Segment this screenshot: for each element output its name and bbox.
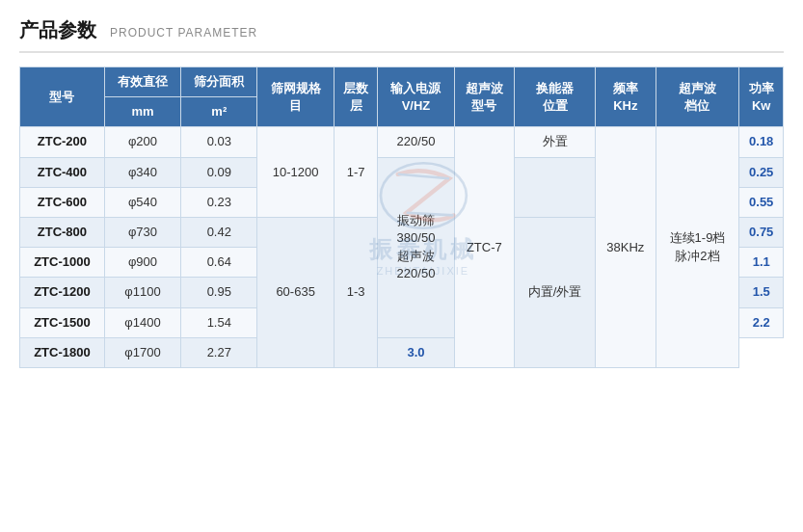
col-model: 型号 bbox=[20, 67, 105, 127]
cell-model: ZTC-600 bbox=[20, 187, 105, 217]
page-header: 产品参数 PRODUCT PARAMETER bbox=[19, 17, 784, 53]
cell-power-input-merged: 振动筛 380/50 超声波 220/50 bbox=[378, 157, 454, 337]
cell-power-1: 0.18 bbox=[739, 127, 784, 157]
cell-model: ZTC-400 bbox=[20, 157, 105, 187]
col-mesh-spec: 筛网规格目 bbox=[257, 67, 334, 127]
cell-diameter: φ1400 bbox=[104, 307, 180, 337]
cell-area: 1.54 bbox=[181, 307, 257, 337]
cell-power-8: 3.0 bbox=[378, 337, 454, 367]
cell-transducer-1: 外置 bbox=[515, 127, 596, 157]
cell-diameter: φ730 bbox=[104, 217, 180, 247]
cell-power-4: 0.75 bbox=[739, 217, 784, 247]
cell-power-7: 2.2 bbox=[739, 307, 784, 337]
cell-transducer-merged: 内置/外置 bbox=[515, 217, 596, 367]
cell-model: ZTC-200 bbox=[20, 127, 105, 157]
page-title-cn: 产品参数 bbox=[19, 17, 96, 43]
cell-area: 0.03 bbox=[181, 127, 257, 157]
cell-power-5: 1.1 bbox=[739, 248, 784, 278]
col-freq: 频率KHz bbox=[596, 67, 656, 127]
col-diameter-header: 有效直径 bbox=[104, 67, 180, 97]
cell-ultrasonic-model-all: ZTC-7 bbox=[454, 127, 514, 368]
cell-gear-all: 连续1-9档 脉冲2档 bbox=[656, 127, 739, 368]
cell-diameter: φ340 bbox=[104, 157, 180, 187]
col-layers: 层数层 bbox=[334, 67, 378, 127]
cell-area: 0.23 bbox=[181, 187, 257, 217]
table-row: ZTC-200 φ200 0.03 10-1200 1-7 220/50 ZTC… bbox=[20, 127, 784, 157]
cell-mesh-spec-2: 60-635 bbox=[257, 217, 334, 367]
cell-mesh-spec-1: 10-1200 bbox=[257, 127, 334, 218]
product-parameter-table: 型号 有效直径 筛分面积 筛网规格目 层数层 输入电源V/HZ 超声波型号 换能… bbox=[19, 66, 784, 368]
header-row-1: 型号 有效直径 筛分面积 筛网规格目 层数层 输入电源V/HZ 超声波型号 换能… bbox=[20, 67, 784, 97]
page-container: 产品参数 PRODUCT PARAMETER 振泰机械 ZHENTAIJIXIE… bbox=[0, 0, 803, 532]
cell-diameter: φ900 bbox=[104, 248, 180, 278]
cell-power-6: 1.5 bbox=[739, 278, 784, 307]
col-transducer-pos: 换能器位置 bbox=[515, 67, 596, 127]
page-title-en: PRODUCT PARAMETER bbox=[110, 26, 257, 40]
col-diameter-unit: mm bbox=[104, 97, 180, 127]
col-ultrasonic-gear: 超声波档位 bbox=[656, 67, 739, 127]
col-power-input: 输入电源V/HZ bbox=[378, 67, 454, 127]
col-area-header: 筛分面积 bbox=[181, 67, 257, 97]
cell-layers-2: 1-3 bbox=[334, 217, 378, 367]
cell-power-input-1: 220/50 bbox=[378, 127, 454, 157]
cell-model: ZTC-1800 bbox=[20, 337, 105, 367]
table-wrapper: 振泰机械 ZHENTAIJIXIE 型号 有效直径 筛分面积 筛网规格目 层数层… bbox=[19, 66, 784, 368]
cell-diameter: φ540 bbox=[104, 187, 180, 217]
cell-area: 0.95 bbox=[181, 278, 257, 307]
cell-diameter: φ200 bbox=[104, 127, 180, 157]
col-power-kw: 功率Kw bbox=[739, 67, 784, 127]
cell-transducer-2 bbox=[515, 157, 596, 217]
cell-diameter: φ1700 bbox=[104, 337, 180, 367]
cell-layers-1: 1-7 bbox=[334, 127, 378, 218]
cell-area: 0.09 bbox=[181, 157, 257, 187]
cell-area: 0.64 bbox=[181, 248, 257, 278]
cell-diameter: φ1100 bbox=[104, 278, 180, 307]
cell-model: ZTC-1200 bbox=[20, 278, 105, 307]
cell-power-2: 0.25 bbox=[739, 157, 784, 187]
col-ultrasonic-model: 超声波型号 bbox=[454, 67, 514, 127]
cell-model: ZTC-1000 bbox=[20, 248, 105, 278]
cell-area: 0.42 bbox=[181, 217, 257, 247]
cell-model: ZTC-1500 bbox=[20, 307, 105, 337]
cell-area: 2.27 bbox=[181, 337, 257, 367]
cell-model: ZTC-800 bbox=[20, 217, 105, 247]
cell-power-3: 0.55 bbox=[739, 187, 784, 217]
cell-freq-all: 38KHz bbox=[596, 127, 656, 368]
col-area-unit: m² bbox=[181, 97, 257, 127]
